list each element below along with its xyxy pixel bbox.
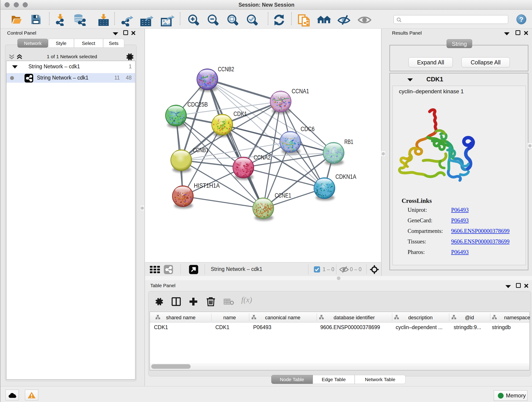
svg-text:CCNB1: CCNB1 xyxy=(193,147,209,153)
svg-text:CCNE1: CCNE1 xyxy=(275,192,291,199)
svg-text:CDC6: CDC6 xyxy=(301,126,315,133)
svg-text:CDKN1A: CDKN1A xyxy=(336,173,356,180)
svg-text:CCNA2: CCNA2 xyxy=(254,154,271,161)
svg-text:CDC25B: CDC25B xyxy=(187,101,208,108)
svg-text:HIST1H1A: HIST1H1A xyxy=(194,182,220,189)
svg-text:RB1: RB1 xyxy=(344,138,353,145)
svg-text:CCNA1: CCNA1 xyxy=(292,88,309,95)
svg-text:CDK1: CDK1 xyxy=(234,110,247,117)
svg-text:CCNB2: CCNB2 xyxy=(218,66,234,73)
